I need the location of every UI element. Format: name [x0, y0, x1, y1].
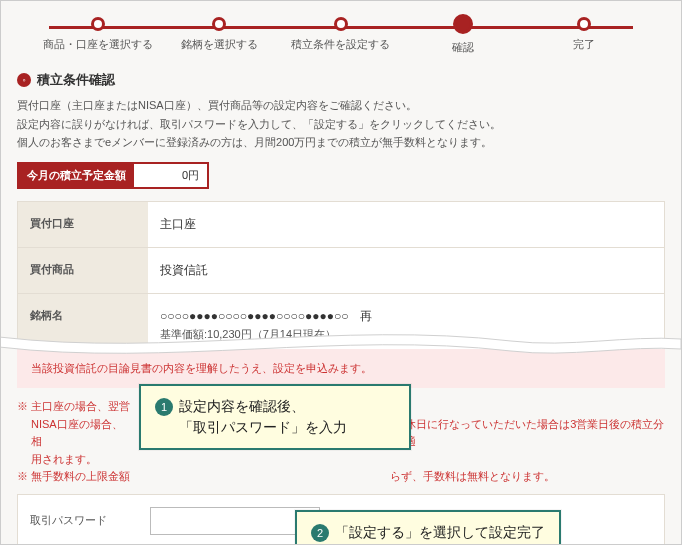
- step-3: 積立条件を設定する: [280, 17, 402, 55]
- description-text: 買付口座（主口座またはNISA口座）、買付商品等の設定内容をご確認ください。 設…: [17, 97, 665, 152]
- step-1: 商品・口座を選択する: [37, 17, 159, 55]
- monthly-amount-value: 0円: [134, 164, 207, 187]
- page-break-wave: [0, 331, 681, 355]
- annotation-callout-2: 2 「設定する」を選択して設定完了: [295, 510, 561, 545]
- section-header: ◦ 積立条件確認: [17, 71, 665, 89]
- password-label: 取引パスワード: [30, 513, 150, 528]
- step-4: 確認: [402, 17, 524, 55]
- disc-icon: ◦: [17, 73, 31, 87]
- fund-name: ○○○○●●●●○○○○●●●●○○○○●●●●○○ 再: [160, 308, 652, 325]
- monthly-amount-box: 今月の積立予定金額 0円: [17, 162, 209, 189]
- annotation-number-icon: 1: [155, 398, 173, 416]
- annotation-number-icon: 2: [311, 524, 329, 542]
- table-row: 買付口座 主口座: [18, 202, 664, 248]
- annotation-callout-1: 1 設定内容を確認後、 「取引パスワード」を入力: [139, 384, 411, 450]
- page-title: 積立条件確認: [37, 71, 115, 89]
- table-row: 買付商品 投資信託: [18, 248, 664, 294]
- progress-stepper: 商品・口座を選択する 銘柄を選択する 積立条件を設定する 確認 完了: [37, 17, 645, 63]
- step-5: 完了: [523, 17, 645, 55]
- step-2: 銘柄を選択する: [159, 17, 281, 55]
- monthly-amount-label: 今月の積立予定金額: [19, 164, 134, 187]
